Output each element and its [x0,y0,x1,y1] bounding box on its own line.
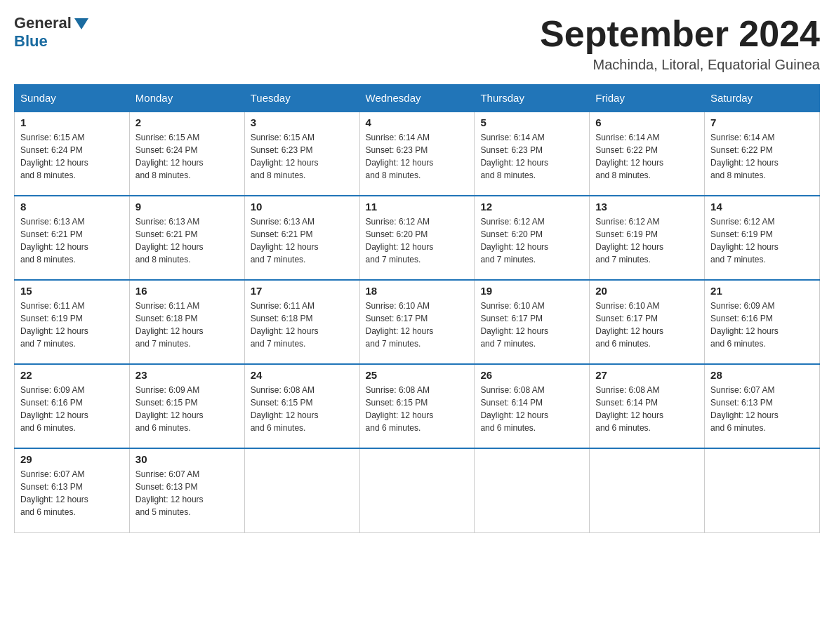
day-number: 3 [251,116,354,128]
day-number: 26 [480,369,583,381]
calendar-cell: 1Sunrise: 6:15 AMSunset: 6:24 PMDaylight… [15,112,130,196]
day-info: Sunrise: 6:11 AMSunset: 6:18 PMDaylight:… [135,300,239,350]
day-info: Sunrise: 6:15 AMSunset: 6:23 PMDaylight:… [251,131,354,182]
day-number: 11 [366,201,469,213]
day-number: 2 [135,116,239,128]
day-number: 21 [710,285,814,297]
day-number: 18 [366,285,469,297]
day-number: 28 [710,369,814,381]
day-number: 6 [595,116,699,128]
day-info: Sunrise: 6:11 AMSunset: 6:18 PMDaylight:… [251,300,354,350]
calendar-cell: 25Sunrise: 6:08 AMSunset: 6:15 PMDayligh… [359,364,475,448]
day-number: 22 [20,369,124,381]
calendar-cell: 20Sunrise: 6:10 AMSunset: 6:17 PMDayligh… [590,280,705,364]
calendar-cell: 11Sunrise: 6:12 AMSunset: 6:20 PMDayligh… [359,196,475,280]
day-number: 30 [135,453,239,465]
calendar-cell: 30Sunrise: 6:07 AMSunset: 6:13 PMDayligh… [129,448,244,532]
day-info: Sunrise: 6:13 AMSunset: 6:21 PMDaylight:… [251,215,354,266]
day-info: Sunrise: 6:13 AMSunset: 6:21 PMDaylight:… [20,215,124,266]
day-number: 5 [480,116,583,128]
day-info: Sunrise: 6:15 AMSunset: 6:24 PMDaylight:… [20,131,124,182]
calendar-cell: 10Sunrise: 6:13 AMSunset: 6:21 PMDayligh… [244,196,359,280]
day-number: 7 [710,116,814,128]
day-info: Sunrise: 6:10 AMSunset: 6:17 PMDaylight:… [480,300,583,350]
calendar-cell: 4Sunrise: 6:14 AMSunset: 6:23 PMDaylight… [359,112,475,196]
day-info: Sunrise: 6:09 AMSunset: 6:16 PMDaylight:… [20,384,124,434]
calendar-header: SundayMondayTuesdayWednesdayThursdayFrid… [15,85,820,112]
location: Machinda, Litoral, Equatorial Guinea [540,57,820,73]
logo-text: General [14,14,88,32]
header-saturday: Saturday [705,85,820,112]
day-number: 10 [251,201,354,213]
calendar-cell: 2Sunrise: 6:15 AMSunset: 6:24 PMDaylight… [129,112,244,196]
day-info: Sunrise: 6:09 AMSunset: 6:15 PMDaylight:… [135,384,239,434]
day-number: 24 [251,369,354,381]
day-info: Sunrise: 6:10 AMSunset: 6:17 PMDaylight:… [366,300,469,350]
day-info: Sunrise: 6:11 AMSunset: 6:19 PMDaylight:… [20,300,124,350]
header-row: SundayMondayTuesdayWednesdayThursdayFrid… [15,85,820,112]
header-thursday: Thursday [475,85,590,112]
calendar-table: SundayMondayTuesdayWednesdayThursdayFrid… [14,84,820,533]
day-number: 25 [366,369,469,381]
day-info: Sunrise: 6:12 AMSunset: 6:19 PMDaylight:… [595,215,699,266]
logo: General Blue [14,14,88,51]
day-info: Sunrise: 6:07 AMSunset: 6:13 PMDaylight:… [135,468,239,518]
title-block: September 2024 Machinda, Litoral, Equato… [540,14,820,73]
day-number: 23 [135,369,239,381]
calendar-cell: 26Sunrise: 6:08 AMSunset: 6:14 PMDayligh… [475,364,590,448]
calendar-cell: 21Sunrise: 6:09 AMSunset: 6:16 PMDayligh… [705,280,820,364]
day-info: Sunrise: 6:12 AMSunset: 6:20 PMDaylight:… [366,215,469,266]
day-info: Sunrise: 6:08 AMSunset: 6:14 PMDaylight:… [480,384,583,434]
calendar-body: 1Sunrise: 6:15 AMSunset: 6:24 PMDaylight… [15,112,820,532]
day-info: Sunrise: 6:14 AMSunset: 6:23 PMDaylight:… [480,131,583,182]
calendar-cell: 16Sunrise: 6:11 AMSunset: 6:18 PMDayligh… [129,280,244,364]
day-number: 14 [710,201,814,213]
header-friday: Friday [590,85,705,112]
day-info: Sunrise: 6:09 AMSunset: 6:16 PMDaylight:… [710,300,814,350]
logo-arrow-icon [74,18,88,29]
day-info: Sunrise: 6:14 AMSunset: 6:22 PMDaylight:… [710,131,814,182]
header-tuesday: Tuesday [244,85,359,112]
calendar-cell [359,448,475,532]
day-number: 4 [366,116,469,128]
calendar-cell: 7Sunrise: 6:14 AMSunset: 6:22 PMDaylight… [705,112,820,196]
day-info: Sunrise: 6:08 AMSunset: 6:15 PMDaylight:… [251,384,354,434]
month-title: September 2024 [540,14,820,54]
day-number: 16 [135,285,239,297]
day-info: Sunrise: 6:14 AMSunset: 6:23 PMDaylight:… [366,131,469,182]
day-number: 15 [20,285,124,297]
day-info: Sunrise: 6:12 AMSunset: 6:19 PMDaylight:… [710,215,814,266]
day-info: Sunrise: 6:07 AMSunset: 6:13 PMDaylight:… [710,384,814,434]
calendar-cell: 18Sunrise: 6:10 AMSunset: 6:17 PMDayligh… [359,280,475,364]
calendar-cell: 14Sunrise: 6:12 AMSunset: 6:19 PMDayligh… [705,196,820,280]
week-row-3: 15Sunrise: 6:11 AMSunset: 6:19 PMDayligh… [15,280,820,364]
calendar-cell [244,448,359,532]
day-number: 27 [595,369,699,381]
calendar-cell: 15Sunrise: 6:11 AMSunset: 6:19 PMDayligh… [15,280,130,364]
calendar-cell: 23Sunrise: 6:09 AMSunset: 6:15 PMDayligh… [129,364,244,448]
day-info: Sunrise: 6:08 AMSunset: 6:14 PMDaylight:… [595,384,699,434]
calendar-cell: 28Sunrise: 6:07 AMSunset: 6:13 PMDayligh… [705,364,820,448]
calendar-cell: 24Sunrise: 6:08 AMSunset: 6:15 PMDayligh… [244,364,359,448]
day-number: 13 [595,201,699,213]
week-row-5: 29Sunrise: 6:07 AMSunset: 6:13 PMDayligh… [15,448,820,532]
week-row-1: 1Sunrise: 6:15 AMSunset: 6:24 PMDaylight… [15,112,820,196]
calendar-cell: 17Sunrise: 6:11 AMSunset: 6:18 PMDayligh… [244,280,359,364]
day-number: 8 [20,201,124,213]
calendar-cell: 8Sunrise: 6:13 AMSunset: 6:21 PMDaylight… [15,196,130,280]
calendar-cell: 5Sunrise: 6:14 AMSunset: 6:23 PMDaylight… [475,112,590,196]
calendar-cell: 19Sunrise: 6:10 AMSunset: 6:17 PMDayligh… [475,280,590,364]
week-row-2: 8Sunrise: 6:13 AMSunset: 6:21 PMDaylight… [15,196,820,280]
logo-general: General [14,14,72,32]
calendar-cell: 9Sunrise: 6:13 AMSunset: 6:21 PMDaylight… [129,196,244,280]
logo-blue: Blue [14,32,48,51]
day-info: Sunrise: 6:10 AMSunset: 6:17 PMDaylight:… [595,300,699,350]
day-number: 9 [135,201,239,213]
day-info: Sunrise: 6:07 AMSunset: 6:13 PMDaylight:… [20,468,124,518]
day-info: Sunrise: 6:08 AMSunset: 6:15 PMDaylight:… [366,384,469,434]
calendar-cell [705,448,820,532]
calendar-cell: 27Sunrise: 6:08 AMSunset: 6:14 PMDayligh… [590,364,705,448]
calendar-cell [475,448,590,532]
week-row-4: 22Sunrise: 6:09 AMSunset: 6:16 PMDayligh… [15,364,820,448]
day-number: 17 [251,285,354,297]
